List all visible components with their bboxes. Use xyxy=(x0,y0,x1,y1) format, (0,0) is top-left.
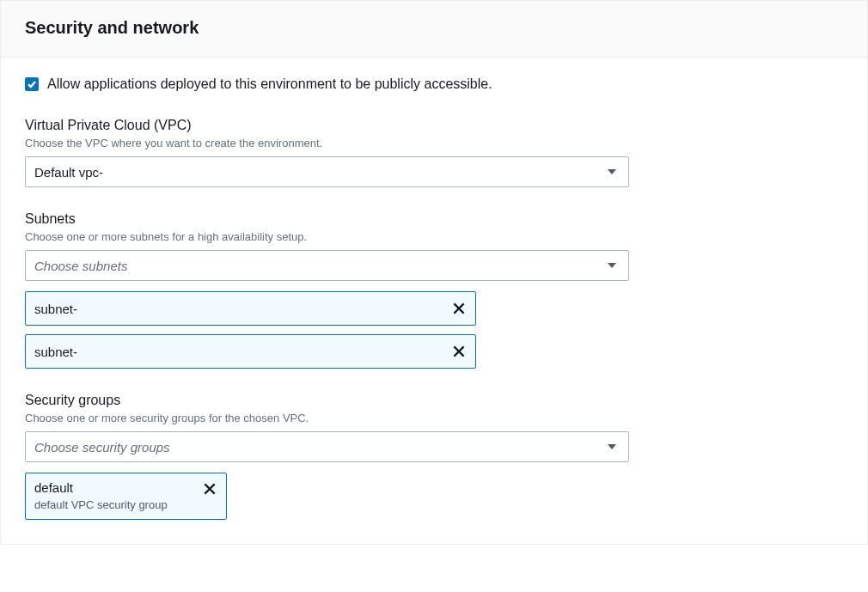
subnet-token: subnet- xyxy=(25,291,476,326)
subnet-token: subnet- xyxy=(25,334,476,369)
panel-header: Security and network xyxy=(1,1,867,58)
vpc-field: Virtual Private Cloud (VPC) Choose the V… xyxy=(25,118,843,187)
vpc-select[interactable]: Default vpc- xyxy=(25,156,629,187)
security-group-token: default default VPC security group xyxy=(25,473,227,520)
subnets-description: Choose one or more subnets for a high av… xyxy=(25,230,843,243)
subnets-placeholder: Choose subnets xyxy=(34,259,127,273)
subnet-token-list: subnet- subnet- xyxy=(25,291,843,369)
subnet-token-label: subnet- xyxy=(34,302,77,316)
security-group-name: default xyxy=(34,479,190,497)
vpc-selected-value: Default vpc- xyxy=(34,165,103,180)
security-groups-placeholder: Choose security groups xyxy=(34,440,170,455)
chevron-down-icon xyxy=(608,169,616,174)
security-groups-field: Security groups Choose one or more secur… xyxy=(25,393,843,520)
close-icon[interactable] xyxy=(202,481,217,497)
public-access-checkbox[interactable] xyxy=(25,77,39,91)
vpc-label: Virtual Private Cloud (VPC) xyxy=(25,118,843,133)
chevron-down-icon xyxy=(608,444,616,449)
subnets-select[interactable]: Choose subnets xyxy=(25,250,629,281)
security-group-token-body: default default VPC security group xyxy=(34,479,190,512)
close-icon[interactable] xyxy=(451,344,467,359)
subnet-token-label: subnet- xyxy=(34,345,77,359)
security-group-description: default VPC security group xyxy=(34,498,190,513)
subnets-field: Subnets Choose one or more subnets for a… xyxy=(25,211,843,369)
security-groups-label: Security groups xyxy=(25,393,843,408)
check-icon xyxy=(27,79,37,89)
subnets-label: Subnets xyxy=(25,211,843,227)
vpc-description: Choose the VPC where you want to create … xyxy=(25,137,843,150)
security-groups-select[interactable]: Choose security groups xyxy=(25,431,629,462)
panel-body: Allow applications deployed to this envi… xyxy=(1,58,867,544)
close-icon[interactable] xyxy=(451,301,467,316)
panel-title: Security and network xyxy=(25,18,843,38)
security-and-network-panel: Security and network Allow applications … xyxy=(0,0,868,545)
chevron-down-icon xyxy=(608,263,616,268)
public-access-row: Allow applications deployed to this envi… xyxy=(25,76,843,92)
public-access-label: Allow applications deployed to this envi… xyxy=(47,76,492,92)
security-groups-description: Choose one or more security groups for t… xyxy=(25,412,843,424)
